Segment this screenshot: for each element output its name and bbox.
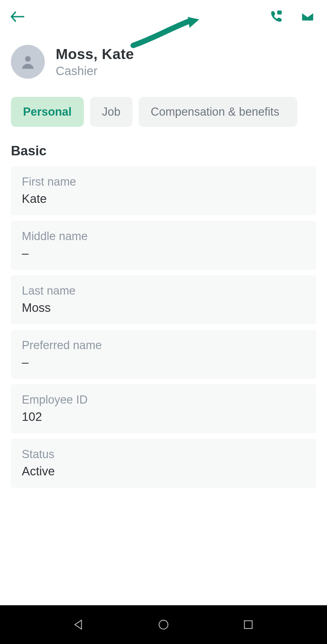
- section-title: Basic: [0, 127, 327, 166]
- field-value: –: [22, 355, 305, 369]
- arrow-left-icon: [9, 8, 26, 25]
- nav-home[interactable]: [154, 615, 173, 634]
- field-employee-id[interactable]: Employee ID 102: [11, 384, 316, 433]
- svg-rect-7: [244, 621, 252, 629]
- profile-header: Moss, Kate Cashier: [0, 27, 327, 79]
- field-label: Preferred name: [22, 339, 305, 352]
- circle-home-icon: [157, 618, 170, 631]
- android-nav-bar: [0, 605, 327, 644]
- nav-back[interactable]: [69, 615, 88, 634]
- mail-icon: [301, 10, 314, 23]
- top-bar: [0, 0, 327, 27]
- field-value: Moss: [22, 301, 305, 315]
- email-button[interactable]: [299, 8, 316, 25]
- field-value: Active: [22, 464, 305, 478]
- call-button[interactable]: [268, 8, 285, 25]
- svg-marker-5: [75, 620, 81, 629]
- field-first-name[interactable]: First name Kate: [11, 166, 316, 215]
- tab-label: Personal: [23, 105, 72, 118]
- field-label: Middle name: [22, 230, 305, 243]
- field-label: Status: [22, 448, 305, 461]
- field-label: Last name: [22, 284, 305, 297]
- profile-role: Cashier: [56, 64, 134, 78]
- field-list: First name Kate Middle name – Last name …: [0, 166, 327, 488]
- tab-bar: Personal Job Compensation & benefits: [0, 79, 327, 127]
- top-actions: [268, 8, 319, 25]
- field-value: 102: [22, 410, 305, 424]
- svg-point-4: [25, 56, 31, 62]
- field-status[interactable]: Status Active: [11, 439, 316, 488]
- nav-recents[interactable]: [239, 615, 258, 634]
- field-value: Kate: [22, 192, 305, 206]
- tab-label: Job: [102, 105, 121, 118]
- field-label: Employee ID: [22, 393, 305, 406]
- tab-label: Compensation & benefits: [151, 105, 279, 118]
- back-button[interactable]: [7, 6, 28, 27]
- person-icon: [19, 53, 36, 70]
- square-recents-icon: [242, 618, 255, 631]
- field-last-name[interactable]: Last name Moss: [11, 275, 316, 324]
- field-label: First name: [22, 175, 305, 188]
- tab-personal[interactable]: Personal: [11, 97, 84, 127]
- tab-job[interactable]: Job: [90, 97, 133, 127]
- triangle-back-icon: [72, 618, 85, 631]
- phone-icon: [269, 10, 283, 23]
- field-value: –: [22, 246, 305, 260]
- svg-rect-1: [277, 11, 282, 15]
- field-preferred-name[interactable]: Preferred name –: [11, 330, 316, 379]
- profile-name: Moss, Kate: [56, 46, 134, 62]
- field-middle-name[interactable]: Middle name –: [11, 221, 316, 270]
- svg-point-6: [159, 620, 168, 629]
- tab-compensation-benefits[interactable]: Compensation & benefits: [139, 97, 298, 127]
- avatar[interactable]: [11, 45, 45, 79]
